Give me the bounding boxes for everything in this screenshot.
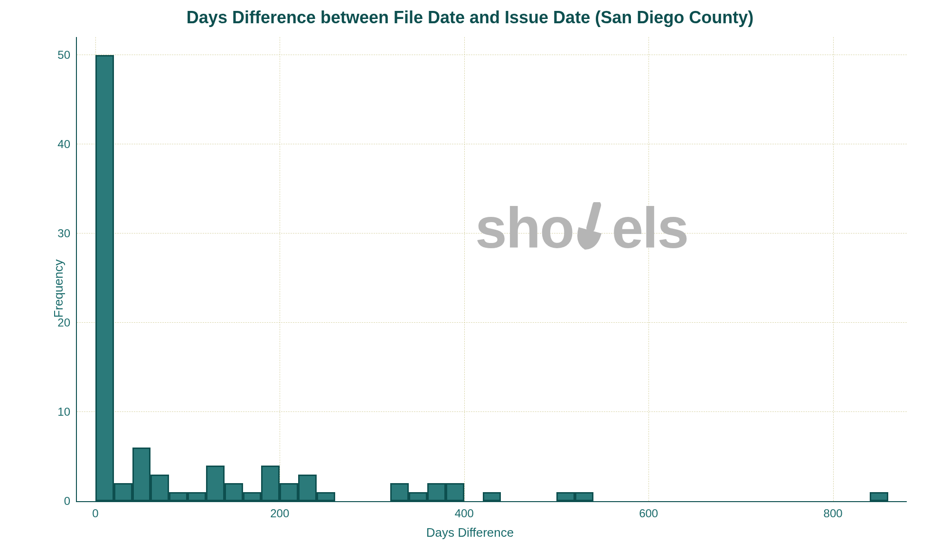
histogram-bar xyxy=(483,492,501,501)
histogram-bar xyxy=(575,492,593,501)
x-tick-label: 200 xyxy=(270,501,289,520)
histogram-bar xyxy=(427,483,446,501)
chart-title: Days Difference between File Date and Is… xyxy=(19,5,921,32)
watermark: sho els xyxy=(475,195,688,261)
histogram-bar xyxy=(95,55,114,501)
gridline-vertical xyxy=(833,37,834,501)
y-tick-label: 30 xyxy=(48,227,77,240)
gridline-horizontal xyxy=(77,55,907,55)
y-tick-label: 20 xyxy=(48,316,77,329)
gridline-horizontal xyxy=(77,411,907,412)
y-tick-label: 0 xyxy=(48,495,77,508)
histogram-bar xyxy=(280,483,298,501)
gridline-vertical xyxy=(464,37,465,501)
x-axis-label: Days Difference xyxy=(426,525,514,540)
x-tick-label: 0 xyxy=(92,501,98,520)
x-tick-label: 800 xyxy=(824,501,843,520)
histogram-bar xyxy=(150,475,169,501)
histogram-bar xyxy=(390,483,409,501)
gridline-horizontal xyxy=(77,322,907,323)
x-tick-label: 600 xyxy=(639,501,658,520)
plot-area: 020040060080001020304050 sho els xyxy=(76,37,907,502)
histogram-bar xyxy=(317,492,335,501)
x-tick-label: 400 xyxy=(455,501,474,520)
histogram-bar xyxy=(243,492,262,501)
histogram-bar xyxy=(225,483,243,501)
histogram-bar xyxy=(409,492,427,501)
histogram-bar xyxy=(114,483,132,501)
histogram-bar xyxy=(870,492,888,501)
gridline-vertical xyxy=(649,37,649,501)
watermark-text-left: sho xyxy=(475,195,573,261)
histogram-bar xyxy=(261,466,280,501)
y-tick-label: 40 xyxy=(48,138,77,151)
plot-wrap: Frequency Days Difference 02004006008000… xyxy=(19,32,921,545)
watermark-text-right: els xyxy=(611,195,688,261)
y-tick-label: 50 xyxy=(48,48,77,62)
histogram-bar xyxy=(132,448,151,501)
gridline-horizontal xyxy=(77,144,907,144)
histogram-bar xyxy=(169,492,188,501)
histogram-bar xyxy=(556,492,575,501)
y-axis-label: Frequency xyxy=(51,260,66,318)
y-tick-label: 10 xyxy=(48,405,77,419)
histogram-bar xyxy=(206,466,225,501)
histogram-bar xyxy=(188,492,206,501)
gridline-vertical xyxy=(280,37,280,501)
histogram-bar xyxy=(446,483,464,501)
chart-container: Days Difference between File Date and Is… xyxy=(19,5,921,555)
shovel-icon xyxy=(573,202,611,254)
histogram-bar xyxy=(298,475,317,501)
